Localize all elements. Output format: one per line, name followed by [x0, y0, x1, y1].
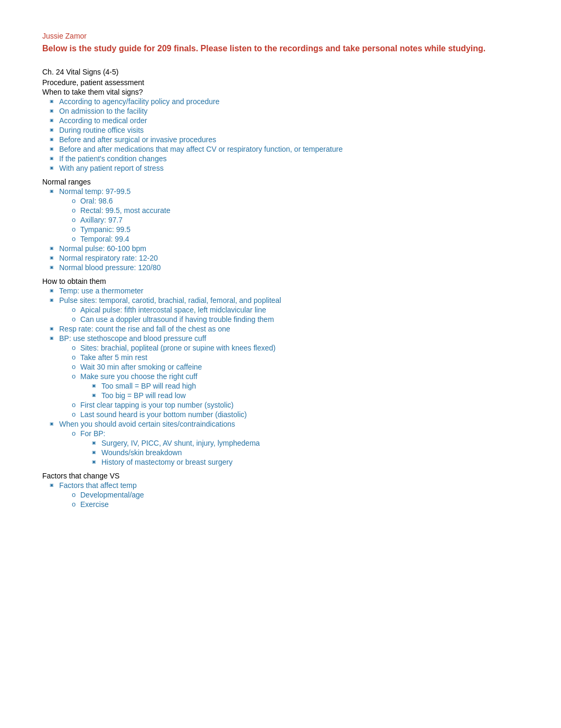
factors-dev: Developmental/age: [80, 491, 519, 499]
normal-ranges-title: Normal ranges: [42, 178, 519, 186]
bp-sub-list: Sites: brachial, popliteal (prone or sup…: [59, 344, 519, 419]
author: Jussie Zamor: [42, 32, 519, 40]
cuff-list: Too small = BP will read high Too big = …: [80, 382, 519, 400]
when-item-6: Before and after medications that may af…: [59, 145, 519, 153]
avoid-bp-list: Surgery, IV, PICC, AV shunt, injury, lym…: [80, 439, 519, 466]
pulse-apical: Apical pulse: fifth intercostal space, l…: [80, 306, 519, 314]
temp-rectal: Rectal: 99.5, most accurate: [80, 206, 519, 215]
how-pulse: Pulse sites: temporal, carotid, brachial…: [59, 296, 519, 324]
avoid-mastectomy: History of mastectomy or breast surgery: [101, 458, 519, 466]
temp-oral: Oral: 98.6: [80, 197, 519, 205]
cuff-big: Too big = BP will read low: [101, 391, 519, 400]
when-item-8: With any patient report of stress: [59, 164, 519, 172]
when-item-1: According to agency/facility policy and …: [59, 97, 519, 106]
how-avoid: When you should avoid certain sites/cont…: [59, 420, 519, 466]
normal-list: Normal temp: 97-99.5 Oral: 98.6 Rectal: …: [42, 187, 519, 272]
normal-temp: Normal temp: 97-99.5 Oral: 98.6 Rectal: …: [59, 187, 519, 243]
when-item-7: If the patient's condition changes: [59, 154, 519, 163]
when-item-4: During routine office visits: [59, 126, 519, 134]
bp-rest: Take after 5 min rest: [80, 353, 519, 362]
temp-list: Oral: 98.6 Rectal: 99.5, most accurate A…: [59, 197, 519, 243]
avoid-list: For BP: Surgery, IV, PICC, AV shunt, inj…: [59, 429, 519, 466]
bp-cuff: Make sure you choose the right cuff Too …: [80, 372, 519, 400]
how-temp: Temp: use a thermometer: [59, 287, 519, 295]
temp-tympanic: Tympanic: 99.5: [80, 225, 519, 234]
factors-title: Factors that change VS: [42, 472, 519, 480]
normal-pulse: Normal pulse: 60-100 bpm: [59, 244, 519, 253]
normal-bp: Normal blood pressure: 120/80: [59, 263, 519, 272]
bp-sites: Sites: brachial, popliteal (prone or sup…: [80, 344, 519, 352]
procedure: Procedure, patient assessment: [42, 78, 519, 87]
temp-temporal: Temporal: 99.4: [80, 235, 519, 243]
factors-exercise: Exercise: [80, 500, 519, 509]
avoid-wounds: Wounds/skin breakdown: [101, 448, 519, 457]
when-item-3: According to medical order: [59, 116, 519, 125]
pulse-doppler: Can use a doppler ultrasound if having t…: [80, 315, 519, 324]
subtitle: Below is the study guide for 209 finals.…: [42, 42, 519, 55]
avoid-bp: For BP: Surgery, IV, PICC, AV shunt, inj…: [80, 429, 519, 466]
bp-diastolic: Last sound heard is your bottom number (…: [80, 410, 519, 419]
factors-list: Factors that affect temp Developmental/a…: [42, 481, 519, 509]
when-item-5: Before and after surgical or invasive pr…: [59, 135, 519, 144]
when-title: When to take them vital signs?: [42, 88, 519, 96]
when-list: According to agency/facility policy and …: [42, 97, 519, 172]
bp-smoking: Wait 30 min after smoking or caffeine: [80, 363, 519, 371]
chapter-header: Ch. 24 Vital Signs (4-5): [42, 68, 519, 76]
factors-temp: Factors that affect temp Developmental/a…: [59, 481, 519, 509]
how-list: Temp: use a thermometer Pulse sites: tem…: [42, 287, 519, 466]
how-resp: Resp rate: count the rise and fall of th…: [59, 325, 519, 333]
how-bp: BP: use stethoscope and blood pressure c…: [59, 334, 519, 419]
bp-systolic: First clear tapping is your top number (…: [80, 401, 519, 409]
normal-resp: Normal respiratory rate: 12-20: [59, 254, 519, 262]
pulse-sub-list: Apical pulse: fifth intercostal space, l…: [59, 306, 519, 324]
cuff-small: Too small = BP will read high: [101, 382, 519, 390]
avoid-surgery: Surgery, IV, PICC, AV shunt, injury, lym…: [101, 439, 519, 447]
factors-temp-list: Developmental/age Exercise: [59, 491, 519, 509]
when-item-2: On admission to the facility: [59, 107, 519, 115]
temp-axillary: Axillary: 97.7: [80, 216, 519, 224]
how-title: How to obtain them: [42, 277, 519, 285]
